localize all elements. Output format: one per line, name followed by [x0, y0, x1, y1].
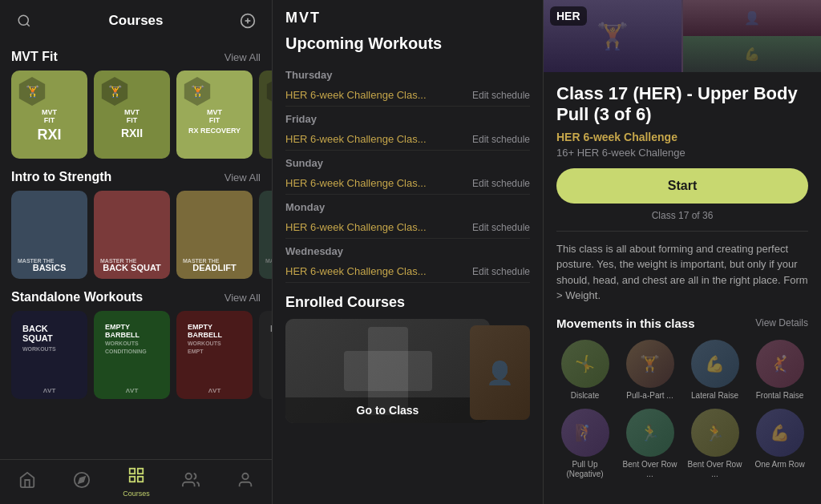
card-back-squat[interactable]: BACKSQUATWORKOUTS ΛVT — [11, 311, 87, 399]
nav-courses-label: Courses — [123, 490, 150, 498]
right-content: Class 17 (HER) - Upper Body Pull (3 of 6… — [544, 72, 821, 504]
her-badge: HER — [550, 6, 587, 26]
workout-name-monday: HER 6-week Challenge Clas... — [285, 221, 466, 233]
edit-schedule-monday[interactable]: Edit schedule — [472, 222, 530, 233]
left-bottom-nav: Courses — [0, 459, 273, 504]
card-rx1[interactable]: 🏋 MVTFIT RXI — [11, 71, 87, 159]
card-upper[interactable]: MASTER THE UP — [259, 191, 272, 279]
svg-line-1 — [26, 23, 29, 26]
intro-strength-cards: MASTER THE BASICS MASTER THE BACK SQUAT … — [0, 191, 272, 279]
card-barbell[interactable]: EMPTYBARBELLWORKOUTSCONDITIONING ΛVT — [94, 311, 170, 399]
nav-courses[interactable]: Courses — [109, 466, 164, 498]
card-squat[interactable]: MASTER THE BACK SQUAT — [94, 191, 170, 279]
movements-grid: 🤸 Dislcate 🏋 Pull-a-Part ... 💪 Lateral R… — [556, 340, 808, 479]
class-description: This class is all about forming and crea… — [556, 241, 808, 304]
movement-1[interactable]: 🤸 Dislcate — [556, 340, 613, 401]
movement-1-name: Dislcate — [571, 391, 600, 401]
class-subtitle: HER 6-week Challenge — [556, 131, 808, 143]
middle-panel: MVT Upcoming Workouts Thursday HER 6-wee… — [273, 0, 544, 504]
intro-strength-section-header: Intro to Strength View All — [0, 159, 272, 191]
mvt-fit-section-header: MVT Fit View All — [0, 38, 272, 71]
svg-point-12 — [242, 474, 248, 479]
mvt-logo: MVT — [285, 10, 530, 26]
upcoming-title: Upcoming Workouts — [285, 34, 530, 53]
workout-name-thursday: HER 6-week Challenge Clas... — [285, 89, 466, 101]
workout-name-friday: HER 6-week Challenge Clas... — [285, 133, 466, 145]
standalone-title: Standalone Workouts — [11, 290, 143, 304]
workout-row-thursday[interactable]: HER 6-week Challenge Clas... Edit schedu… — [285, 84, 530, 107]
movement-3[interactable]: 💪 Lateral Raise — [686, 340, 743, 401]
right-panel: 🏋️ 👤 💪 HER Class 17 (HER) - Upper Body P… — [544, 0, 821, 504]
edit-schedule-sunday[interactable]: Edit schedule — [472, 178, 530, 189]
card-d[interactable]: D — [259, 311, 272, 399]
movement-6[interactable]: 🏃 Bent Over Row ... — [621, 409, 678, 479]
day-thursday: Thursday — [285, 62, 530, 84]
mvt-fit-cards: 🏋 MVTFIT RXI 🏋 MVTFIT RXII 🏋 MVTFIT RX R… — [0, 71, 272, 159]
movement-8-name: One Arm Row — [754, 460, 804, 470]
workout-row-monday[interactable]: HER 6-week Challenge Clas... Edit schedu… — [285, 216, 530, 239]
left-panel: Courses MVT Fit View All 🏋 MVTFIT RXI 🏋 … — [0, 0, 273, 504]
standalone-cards: BACKSQUATWORKOUTS ΛVT EMPTYBARBELLWORKOU… — [0, 311, 272, 399]
movement-5[interactable]: 🧗 Pull Up (Negative) — [556, 409, 613, 479]
left-content: MVT Fit View All 🏋 MVTFIT RXI 🏋 MVTFIT R… — [0, 38, 272, 504]
card-recovery[interactable]: 🏋 MVTFIT RX RECOVERY — [176, 71, 253, 159]
view-details-link[interactable]: View Details — [755, 317, 808, 329]
movement-3-name: Lateral Raise — [691, 391, 738, 401]
edit-schedule-friday[interactable]: Edit schedule — [472, 134, 530, 145]
day-friday: Friday — [285, 107, 530, 128]
intro-strength-title: Intro to Strength — [11, 170, 111, 184]
movement-8[interactable]: 💪 One Arm Row — [751, 409, 808, 479]
movement-7[interactable]: 🏃 Bent Over Row ... — [686, 409, 743, 479]
svg-rect-10 — [138, 477, 143, 482]
day-wednesday: Wednesday — [285, 239, 530, 260]
day-sunday: Sunday — [285, 151, 530, 172]
svg-point-11 — [186, 474, 192, 479]
middle-content: Thursday HER 6-week Challenge Clas... Ed… — [273, 62, 543, 504]
edit-schedule-wednesday[interactable]: Edit schedule — [472, 266, 530, 277]
card-basics[interactable]: MASTER THE BASICS — [11, 191, 87, 279]
card-mvt-partial[interactable]: 🏋 MVTFIT RXII — [259, 71, 272, 159]
add-icon[interactable] — [235, 8, 261, 34]
movement-6-name: Bent Over Row ... — [621, 460, 678, 479]
nav-community[interactable] — [164, 471, 218, 493]
nav-home[interactable] — [0, 471, 55, 493]
workout-row-sunday[interactable]: HER 6-week Challenge Clas... Edit schedu… — [285, 172, 530, 195]
standalone-view-all[interactable]: View All — [224, 292, 261, 304]
card-empty-barbell[interactable]: EMPTYBARBELLWORKOUTSEMPT ΛVT — [176, 311, 253, 399]
right-hero: 🏋️ 👤 💪 HER — [544, 0, 821, 72]
workout-row-wednesday[interactable]: HER 6-week Challenge Clas... Edit schedu… — [285, 260, 530, 283]
card-rx2[interactable]: 🏋 MVTFIT RXII — [94, 71, 170, 159]
mvt-fit-view-all[interactable]: View All — [224, 51, 261, 63]
movement-5-name: Pull Up (Negative) — [556, 460, 613, 479]
search-icon[interactable] — [11, 8, 37, 34]
standalone-section-header: Standalone Workouts View All — [0, 279, 272, 311]
edit-schedule-thursday[interactable]: Edit schedule — [472, 90, 530, 101]
go-to-class-label: Go to Class — [357, 404, 419, 417]
middle-header: MVT Upcoming Workouts — [273, 0, 543, 62]
workout-row-friday[interactable]: HER 6-week Challenge Clas... Edit schedu… — [285, 128, 530, 151]
movement-7-name: Bent Over Row ... — [686, 460, 743, 479]
movement-4-name: Frontal Raise — [756, 391, 803, 401]
day-monday: Monday — [285, 195, 530, 216]
mvt-fit-title: MVT Fit — [11, 50, 58, 64]
movements-title: Movements in this class — [556, 317, 695, 330]
enrolled-second-card[interactable]: 👤 — [470, 325, 530, 420]
left-header: Courses — [0, 0, 272, 38]
start-button[interactable]: Start — [556, 168, 808, 204]
class-of: Class 17 of 36 — [556, 210, 808, 232]
class-meta: 16+ HER 6-week Challenge — [556, 147, 808, 159]
workout-name-wednesday: HER 6-week Challenge Clas... — [285, 265, 466, 277]
movement-2[interactable]: 🏋 Pull-a-Part ... — [621, 340, 678, 401]
enrolled-courses-container: ⋮ Go to Class 👤 — [285, 319, 530, 431]
movement-4[interactable]: 🤾 Frontal Raise — [751, 340, 808, 401]
nav-profile[interactable] — [218, 471, 273, 493]
svg-rect-8 — [138, 469, 143, 474]
intro-strength-view-all[interactable]: View All — [224, 171, 261, 183]
workout-name-sunday: HER 6-week Challenge Clas... — [285, 177, 466, 189]
card-deadlift[interactable]: MASTER THE DEADLIFT — [176, 191, 253, 279]
enrolled-main-card[interactable]: ⋮ Go to Class — [285, 319, 490, 423]
svg-marker-6 — [79, 477, 85, 483]
svg-rect-9 — [130, 477, 135, 482]
class-title: Class 17 (HER) - Upper Body Pull (3 of 6… — [556, 83, 808, 126]
nav-explore[interactable] — [55, 471, 109, 493]
